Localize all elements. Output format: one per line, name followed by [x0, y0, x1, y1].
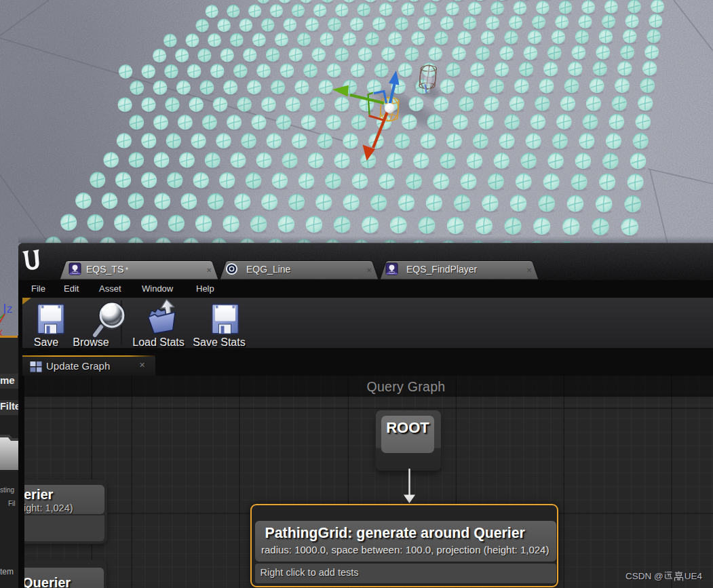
svg-text:EQS_FindPlayer: EQS_FindPlayer	[406, 264, 478, 275]
svg-text:✕: ✕	[206, 267, 212, 274]
svg-text:Z: Z	[7, 305, 12, 315]
svg-text:✕: ✕	[526, 267, 532, 274]
svg-text:EQS_TS *: EQS_TS *	[86, 264, 128, 275]
svg-text:✕: ✕	[366, 267, 372, 274]
svg-text:EQG_Line: EQG_Line	[246, 264, 291, 275]
